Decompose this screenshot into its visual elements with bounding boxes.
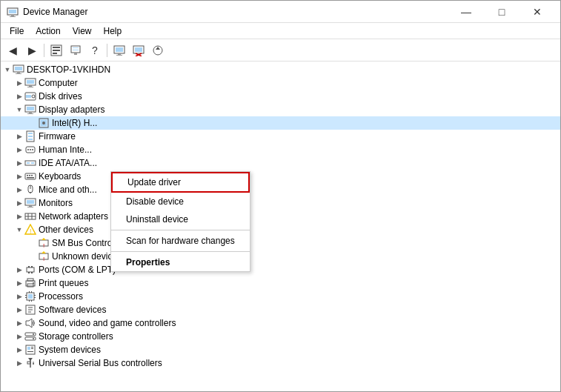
expand-icon-other[interactable]: ▼ bbox=[14, 225, 24, 235]
ctx-uninstall-device[interactable]: Uninstall device bbox=[111, 210, 250, 228]
properties-button[interactable] bbox=[47, 41, 65, 59]
tree-item-mice[interactable]: ▶ Mice and oth... bbox=[1, 183, 560, 196]
tree-item-monitors[interactable]: ▶ Monitors bbox=[1, 196, 560, 210]
svg-rect-6 bbox=[53, 50, 60, 51]
ctx-scan-hardware[interactable]: Scan for hardware changes bbox=[111, 232, 250, 250]
icon-unknown: ! bbox=[38, 250, 50, 262]
ctx-sep-2 bbox=[111, 251, 250, 252]
expand-icon-sw[interactable]: ▶ bbox=[14, 305, 24, 315]
tree-item-smbus[interactable]: ▶ ! SM Bus Controller bbox=[1, 236, 560, 250]
svg-rect-3 bbox=[10, 16, 16, 17]
svg-rect-54 bbox=[31, 175, 33, 176]
expand-icon-system[interactable]: ▶ bbox=[14, 345, 24, 355]
back-button[interactable]: ◀ bbox=[4, 41, 21, 59]
tree-item-sound[interactable]: ▶ Sound, video and game controllers bbox=[1, 316, 560, 330]
expand-icon-storage[interactable]: ▶ bbox=[14, 331, 24, 342]
device-tree[interactable]: ▼ DESKTOP-1VKIHDN ▶ Computer ▶ bbox=[1, 62, 560, 391]
svg-rect-77 bbox=[31, 266, 33, 268]
svg-point-45 bbox=[27, 149, 29, 150]
svg-rect-78 bbox=[28, 272, 30, 273]
menu-help[interactable]: Help bbox=[98, 24, 128, 38]
tree-item-ide[interactable]: ▶ IDE ATA/ATA... bbox=[1, 156, 560, 170]
svg-rect-34 bbox=[27, 107, 34, 110]
svg-rect-85 bbox=[28, 294, 33, 299]
svg-rect-15 bbox=[116, 55, 122, 56]
expand-icon-network[interactable]: ▶ bbox=[14, 211, 24, 222]
uninstall-button[interactable] bbox=[130, 41, 147, 59]
tree-item-hid[interactable]: ▶ Human Inte... bbox=[1, 143, 560, 156]
ctx-update-driver[interactable]: Update driver bbox=[111, 172, 250, 193]
tree-item-network[interactable]: ▶ Network adapters bbox=[1, 210, 560, 223]
tree-item-keyboards[interactable]: ▶ Keyboards bbox=[1, 170, 560, 183]
svg-marker-21 bbox=[156, 47, 160, 50]
menu-action[interactable]: Action bbox=[30, 24, 66, 38]
tree-item-usb[interactable]: ▶ Universal Serial Bus controllers bbox=[1, 356, 560, 370]
expand-icon-ports[interactable]: ▶ bbox=[14, 265, 24, 275]
svg-rect-11 bbox=[74, 53, 77, 55]
icon-intel-gpu bbox=[38, 117, 50, 129]
expand-icon-disk[interactable]: ▶ bbox=[14, 91, 24, 102]
expand-icon-proc[interactable]: ▶ bbox=[14, 291, 24, 302]
svg-rect-42 bbox=[28, 136, 33, 137]
maximize-button[interactable]: □ bbox=[485, 1, 519, 23]
expand-icon-display[interactable]: ▼ bbox=[14, 104, 24, 115]
tree-item-other-devices[interactable]: ▼ ! Other devices bbox=[1, 223, 560, 236]
tree-item-computer[interactable]: ▶ Computer bbox=[1, 76, 560, 90]
storage-label: Storage controllers bbox=[39, 331, 113, 342]
tree-item-system[interactable]: ▶ System devices bbox=[1, 343, 560, 356]
svg-rect-10 bbox=[73, 50, 79, 50]
tree-item-firmware[interactable]: ▶ Firmware bbox=[1, 130, 560, 143]
ctx-disable-device[interactable]: Disable device bbox=[111, 193, 250, 210]
tree-item-intel-gpu[interactable]: ▶ Intel(R) H... bbox=[1, 116, 560, 130]
expand-icon-print[interactable]: ▶ bbox=[14, 278, 24, 288]
help-button[interactable]: ? bbox=[86, 41, 104, 59]
svg-rect-52 bbox=[27, 175, 28, 176]
mice-label: Mice and oth... bbox=[39, 185, 97, 195]
expand-icon-root[interactable]: ▼ bbox=[2, 64, 13, 75]
svg-text:!: ! bbox=[43, 242, 44, 249]
ctx-properties[interactable]: Properties bbox=[111, 253, 250, 271]
expand-icon-firmware[interactable]: ▶ bbox=[14, 131, 24, 142]
menu-view[interactable]: View bbox=[67, 24, 98, 38]
svg-rect-81 bbox=[27, 279, 33, 281]
expand-icon-computer[interactable]: ▶ bbox=[14, 78, 24, 88]
update-driver-toolbar[interactable] bbox=[149, 41, 167, 59]
tree-item-display-adapters[interactable]: ▼ Display adapters bbox=[1, 103, 560, 116]
svg-rect-86 bbox=[29, 291, 30, 293]
tree-item-ports[interactable]: ▶ Ports (COM & LPT) bbox=[1, 263, 560, 276]
icon-mice bbox=[24, 184, 36, 196]
scan-button[interactable] bbox=[67, 41, 84, 59]
expand-icon-mice[interactable]: ▶ bbox=[14, 185, 24, 195]
network-label: Network adapters bbox=[39, 211, 108, 222]
svg-rect-107 bbox=[27, 351, 33, 352]
icon-ide bbox=[24, 157, 36, 169]
device-button[interactable] bbox=[110, 41, 128, 59]
svg-rect-60 bbox=[27, 200, 34, 204]
close-button[interactable]: ✕ bbox=[520, 1, 554, 23]
minimize-button[interactable]: — bbox=[449, 1, 483, 23]
expand-icon-ide[interactable]: ▶ bbox=[14, 158, 24, 168]
svg-marker-98 bbox=[26, 319, 32, 328]
tree-item-software[interactable]: ▶ Software devices bbox=[1, 303, 560, 316]
expand-icon-sound[interactable]: ▶ bbox=[14, 318, 24, 328]
tree-item-unknown[interactable]: ▶ ! Unknown device bbox=[1, 250, 560, 263]
menu-file[interactable]: File bbox=[4, 24, 30, 38]
forward-button[interactable]: ▶ bbox=[23, 41, 41, 59]
expand-icon-monitors[interactable]: ▶ bbox=[14, 198, 24, 208]
expand-icon-kb[interactable]: ▶ bbox=[14, 171, 24, 182]
tree-item-processors[interactable]: ▶ Processors bbox=[1, 290, 560, 303]
tree-item-disk-drives[interactable]: ▶ Disk drives bbox=[1, 90, 560, 103]
icon-processors bbox=[24, 290, 36, 302]
svg-rect-88 bbox=[29, 300, 30, 302]
svg-rect-55 bbox=[27, 177, 34, 179]
expand-icon-usb[interactable]: ▶ bbox=[14, 358, 24, 368]
computer-label: Computer bbox=[39, 78, 78, 88]
icon-software bbox=[24, 304, 36, 316]
tree-item-print[interactable]: ▶ Print queues bbox=[1, 276, 560, 290]
icon-firmware bbox=[24, 130, 36, 142]
keyboards-label: Keyboards bbox=[39, 171, 81, 182]
tree-item-root[interactable]: ▼ DESKTOP-1VKIHDN bbox=[1, 63, 560, 76]
tree-item-storage[interactable]: ▶ Storage controllers bbox=[1, 330, 560, 343]
icon-computer bbox=[24, 77, 36, 89]
expand-icon-hid[interactable]: ▶ bbox=[14, 144, 24, 155]
